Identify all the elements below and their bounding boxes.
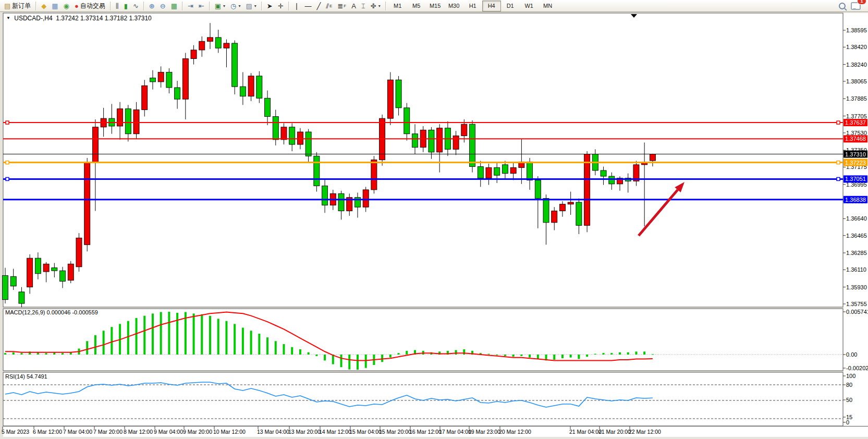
candle-body <box>535 180 541 198</box>
zoom-out-button[interactable]: ⊖ <box>157 0 168 11</box>
time-tick-label: 16 Mar 12:00 <box>409 429 442 435</box>
horizontal-line-button[interactable]: ― <box>302 0 314 11</box>
macd-tick-label: -0.002027 <box>846 365 868 371</box>
candle-body <box>68 264 74 280</box>
timeframe-m5[interactable]: M5 <box>407 1 426 11</box>
candlestick-chart-button[interactable]: ▮ <box>121 0 130 11</box>
vertical-line-button[interactable]: ❘ <box>291 0 302 11</box>
text-label-icon: ⌶ <box>361 3 365 9</box>
timeframe-h4[interactable]: H4 <box>482 1 501 11</box>
trendline-button[interactable]: ╱ <box>314 0 323 11</box>
candle-body <box>568 202 573 204</box>
time-tick-label: 13 Mar 04:00 <box>257 429 289 435</box>
equidistant-channel-button[interactable]: ⫽E <box>323 0 335 11</box>
timeframe-m1[interactable]: M1 <box>388 1 407 11</box>
candle-body <box>60 271 66 281</box>
gold-box-icon: ◆ <box>41 3 46 9</box>
deposit-button[interactable]: ◆ <box>39 0 49 11</box>
timeframe-m15[interactable]: M15 <box>426 1 445 11</box>
price-tag-label: 1.37637 <box>845 119 866 126</box>
candle-body <box>461 124 467 136</box>
candle-body <box>199 41 205 50</box>
candle-body <box>478 167 483 178</box>
time-tick-label: 7 Mar 20:00 <box>93 429 123 435</box>
autotrading-button[interactable]: ●自动交易 <box>72 0 108 11</box>
arrows-button[interactable]: ✤▾ <box>368 0 383 11</box>
toolbar-separator <box>35 2 36 10</box>
market-window-button[interactable]: ▦ <box>49 0 60 11</box>
chart-shift-button[interactable]: ⇤ <box>196 0 207 11</box>
timeframe-mn[interactable]: MN <box>539 1 557 11</box>
price-tick-label: 1.37705 <box>846 113 867 119</box>
cursor-button[interactable]: ➤ <box>264 0 275 11</box>
search-icon <box>839 3 846 9</box>
shapes-icon: ✤ <box>371 3 376 9</box>
candle-body <box>166 72 172 88</box>
chart-shift-icon: ⇤ <box>199 3 204 9</box>
timeframe-w1[interactable]: W1 <box>520 1 539 11</box>
template-icon: ▨ <box>246 3 252 9</box>
toolbar-separator <box>385 2 386 10</box>
candle-body <box>576 202 582 225</box>
candle-body <box>84 163 90 245</box>
macd-tick-label: 0.00 <box>846 351 857 358</box>
line-chart-button[interactable]: ∿ <box>130 0 141 11</box>
signals-button[interactable]: ◉ <box>61 0 72 11</box>
price-tick-label: 1.37530 <box>846 130 867 136</box>
candle-body <box>92 127 98 163</box>
toolbar-separator <box>182 2 183 10</box>
candle-body <box>248 76 254 96</box>
auto-scroll-button[interactable]: ⇥ <box>185 0 196 11</box>
macd-values: 0.000046 -0.000559 <box>46 309 97 315</box>
timeframe-h1[interactable]: H1 <box>463 1 482 11</box>
candle-body <box>158 72 164 81</box>
candle-body <box>273 116 278 139</box>
search-button[interactable] <box>836 0 848 11</box>
candle-body <box>27 258 33 287</box>
bar-chart-button[interactable]: ⫼ <box>113 0 121 11</box>
timeframe-m30[interactable]: M30 <box>445 1 463 11</box>
rsi-tick-label: 50 <box>846 397 852 403</box>
time-tick-label: 21 Mar 04:00 <box>569 429 602 435</box>
candle-body <box>470 124 475 166</box>
chart-area[interactable]: 1.385951.384201.382401.380651.378851.377… <box>0 0 868 439</box>
rsi-tick-label: 0 <box>846 419 849 425</box>
new-order-button[interactable]: ▤新订单 <box>2 0 33 11</box>
text-label-button[interactable]: ⌶ <box>359 0 368 11</box>
time-tick-label: 7 Mar 04:00 <box>63 429 92 435</box>
toolbar-separator <box>209 2 210 10</box>
line-drag-marker <box>6 177 9 180</box>
price-tag-label: 1.36838 <box>845 197 866 203</box>
chart-menu-icon[interactable]: ▼ <box>6 16 10 20</box>
channel-icon: ⫽ <box>326 3 329 9</box>
line-drag-marker <box>6 121 9 124</box>
time-tick-label: 5 Mar 2023 <box>2 429 29 435</box>
templates-button[interactable]: ▨▾ <box>243 0 259 11</box>
candle-body <box>281 127 287 140</box>
chevron-down-icon: ▾ <box>223 4 225 8</box>
line-drag-marker <box>6 161 9 164</box>
notifications-button[interactable]: 1 <box>848 0 863 11</box>
time-tick-label: 8 Mar 12:00 <box>124 429 153 435</box>
zoom-in-button[interactable]: ⊕ <box>146 0 157 11</box>
rsi-tick-label: 80 <box>846 382 852 388</box>
profiles-button[interactable]: ◷▾ <box>228 0 243 11</box>
text-button[interactable]: A <box>349 0 359 11</box>
tile-windows-button[interactable]: ▦ <box>168 0 180 11</box>
new-chart-button[interactable]: ▣▾ <box>212 0 228 11</box>
autotrading-button-label: 自动交易 <box>80 2 105 10</box>
chevron-down-icon: ▾ <box>238 4 240 8</box>
time-tick-label: 9 Mar 04:00 <box>154 429 183 435</box>
fibonacci-button[interactable]: ≣F <box>335 0 349 11</box>
toolbar-separator <box>261 2 262 10</box>
crosshair-button[interactable]: ✛ <box>275 0 286 11</box>
clock-icon: ◷ <box>230 3 236 9</box>
rsi-indicator-label: RSI(14) 54.7491 <box>5 373 47 380</box>
chart-symbol-period: USDCAD-,H4 <box>14 15 52 22</box>
timeframe-d1[interactable]: D1 <box>501 1 520 11</box>
fibonacci-icon: ≣ <box>337 3 343 9</box>
price-tag-label: 1.37051 <box>845 176 866 182</box>
time-tick-label: 6 Mar 12:00 <box>33 429 62 435</box>
rsi-tick-label: 100 <box>846 373 855 379</box>
crosshair-icon: ✛ <box>278 3 284 9</box>
